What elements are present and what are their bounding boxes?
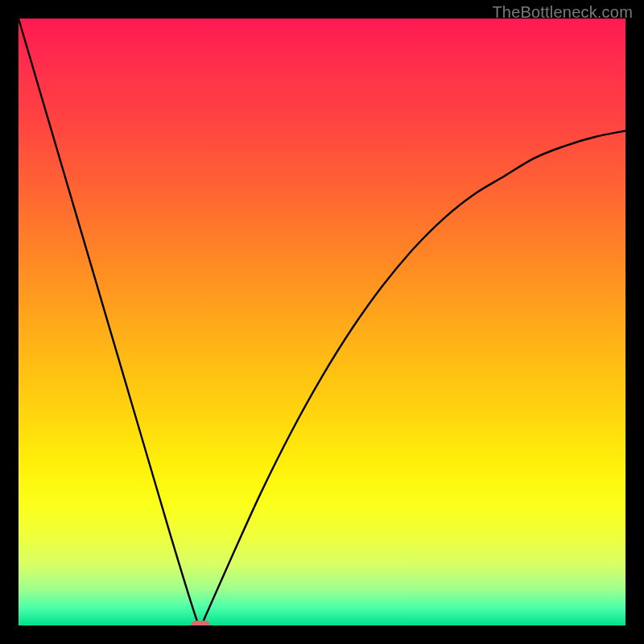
bottleneck-curve: [19, 19, 625, 625]
curve-path: [19, 19, 625, 625]
watermark-text: TheBottleneck.com: [492, 3, 633, 22]
plot-area: [19, 19, 625, 625]
chart-stage: TheBottleneck.com: [0, 0, 644, 644]
optimum-marker: [191, 621, 210, 625]
